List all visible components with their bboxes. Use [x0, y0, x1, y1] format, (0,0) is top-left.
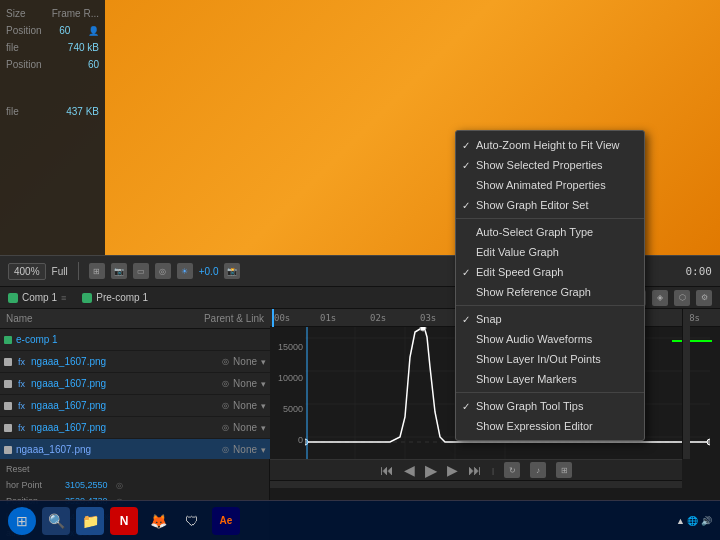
layer-type-icon-3	[4, 402, 12, 410]
snapshot-icon[interactable]: 📸	[224, 263, 240, 279]
zoom-selector[interactable]: 400%	[8, 263, 46, 280]
taskbar-search[interactable]: 🔍	[42, 507, 70, 535]
scrollbar-right[interactable]	[682, 309, 690, 459]
layer-fx-badge-4: fx	[16, 423, 27, 433]
layer-row-2[interactable]: fx ngaaa_1607.png ◎ None ▾	[0, 373, 270, 395]
panel-file-row-1: file 740 kB	[6, 42, 99, 53]
layer-link-val-1: None	[233, 356, 257, 367]
green-bar	[672, 340, 712, 342]
layer-row-4[interactable]: fx ngaaa_1607.png ◎ None ▾	[0, 417, 270, 439]
menu-show-graph-editor-set-label: Show Graph Editor Set	[476, 199, 589, 211]
context-menu: Auto-Zoom Height to Fit View Show Select…	[455, 130, 645, 441]
comp-tab-label: Comp 1	[22, 292, 57, 303]
play-btn[interactable]: ▶	[425, 461, 437, 480]
menu-layer-inout[interactable]: Show Layer In/Out Points	[456, 349, 644, 369]
layer-type-icon-2	[4, 380, 12, 388]
layer-row-0[interactable]: e-comp 1	[0, 329, 270, 351]
menu-auto-select-graph-label: Auto-Select Graph Type	[476, 226, 593, 238]
taskbar-netflix[interactable]: N	[110, 507, 138, 535]
y-label-1: 10000	[270, 373, 305, 383]
tab-precomp1[interactable]: Pre-comp 1	[82, 292, 148, 303]
toolbar-sep-1	[78, 262, 79, 280]
pos-value-1: 60	[59, 25, 70, 36]
layer-fx-badge-2: fx	[16, 379, 27, 389]
menu-audio-waveforms[interactable]: Show Audio Waveforms	[456, 329, 644, 349]
layer-link-val-4: None	[233, 422, 257, 433]
precomp-icon	[82, 293, 92, 303]
menu-show-reference-graph[interactable]: Show Reference Graph	[456, 282, 644, 302]
menu-layer-inout-label: Show Layer In/Out Points	[476, 353, 601, 365]
layer-link-toggle-4: ◎	[222, 423, 229, 432]
layer-row-5[interactable]: ngaaa_1607.png ◎ None ▾	[0, 439, 270, 459]
prop-reset[interactable]: Reset	[6, 461, 263, 477]
timeline-icon-3[interactable]: ◈	[652, 290, 668, 306]
camera-icon[interactable]: 📷	[111, 263, 127, 279]
scrollbar-bottom[interactable]	[270, 480, 682, 488]
layer-link-toggle-5: ◎	[222, 445, 229, 454]
time-display: 0:00	[686, 265, 713, 278]
y-label-3: 0	[270, 435, 305, 445]
layer-name-2: ngaaa_1607.png	[31, 378, 218, 389]
layer-row-1[interactable]: fx ngaaa_1607.png ◎ None ▾	[0, 351, 270, 373]
prop-anchor[interactable]: hor Point 3105,2550 ◎	[6, 477, 263, 493]
tab-comp1[interactable]: Comp 1 ≡	[8, 292, 66, 303]
y-label-0: 15000	[270, 342, 305, 352]
layer-name-3: ngaaa_1607.png	[31, 400, 218, 411]
prev-frame-btn[interactable]: ◀	[404, 462, 415, 478]
svg-point-10	[707, 439, 710, 445]
timeline-icon-5[interactable]: ⚙	[696, 290, 712, 306]
menu-audio-waveforms-label: Show Audio Waveforms	[476, 333, 592, 345]
layer-fx-badge-3: fx	[16, 401, 27, 411]
menu-show-animated[interactable]: Show Animated Properties	[456, 175, 644, 195]
start-button[interactable]: ⊞	[8, 507, 36, 535]
menu-layer-markers[interactable]: Show Layer Markers	[456, 369, 644, 389]
preview-btn[interactable]: ⊞	[556, 462, 572, 478]
menu-auto-zoom-label: Auto-Zoom Height to Fit View	[476, 139, 619, 151]
menu-sep-1	[456, 218, 644, 219]
menu-auto-zoom[interactable]: Auto-Zoom Height to Fit View	[456, 135, 644, 155]
menu-expression-editor[interactable]: Show Expression Editor	[456, 416, 644, 436]
menu-show-graph-editor-set[interactable]: Show Graph Editor Set	[456, 195, 644, 215]
layer-chevron-4: ▾	[261, 423, 266, 433]
parentlink-col-header: Parent & Link	[204, 313, 264, 324]
quality-selector[interactable]: Full	[52, 266, 68, 277]
layer-link-val-2: None	[233, 378, 257, 389]
left-panel: Size Frame R... Position 60 👤 file 740 k…	[0, 0, 105, 270]
end-btn[interactable]: ⏭	[468, 462, 482, 478]
play-controls[interactable]: ⏮	[380, 462, 394, 478]
target-icon[interactable]: ◎	[155, 263, 171, 279]
menu-snap-label: Snap	[476, 313, 502, 325]
sun-icon[interactable]: ☀	[177, 263, 193, 279]
time-mark-3: 03s	[420, 313, 436, 323]
layer-row-3[interactable]: fx ngaaa_1607.png ◎ None ▾	[0, 395, 270, 417]
rect-icon[interactable]: ▭	[133, 263, 149, 279]
menu-snap[interactable]: Snap	[456, 309, 644, 329]
pos-label-1: Position	[6, 25, 42, 36]
menu-edit-value-graph[interactable]: Edit Value Graph	[456, 242, 644, 262]
menu-graph-tooltips[interactable]: Show Graph Tool Tips	[456, 396, 644, 416]
layer-link-toggle-1: ◎	[222, 357, 229, 366]
loop-btn[interactable]: ↻	[504, 462, 520, 478]
size-label: Size	[6, 8, 25, 19]
layer-chevron-1: ▾	[261, 357, 266, 367]
next-frame-btn[interactable]: ▶	[447, 462, 458, 478]
menu-auto-select-graph[interactable]: Auto-Select Graph Type	[456, 222, 644, 242]
timeline-icon-4[interactable]: ⬡	[674, 290, 690, 306]
layer-list: Name Parent & Link e-comp 1 fx ngaaa_160…	[0, 309, 270, 459]
time-mark-0: 00s	[274, 313, 290, 323]
taskbar-shield[interactable]: 🛡	[178, 507, 206, 535]
layer-chevron-5: ▾	[261, 445, 266, 455]
taskbar-explorer[interactable]: 📁	[76, 507, 104, 535]
taskbar: ⊞ 🔍 📁 N 🦊 🛡 Ae ▲ 🌐 🔊	[0, 500, 720, 540]
grid-icon[interactable]: ⊞	[89, 263, 105, 279]
layer-link-val-3: None	[233, 400, 257, 411]
taskbar-firefox[interactable]: 🦊	[144, 507, 172, 535]
menu-show-selected-label: Show Selected Properties	[476, 159, 603, 171]
menu-edit-speed-graph[interactable]: Edit Speed Graph	[456, 262, 644, 282]
panel-file-row-2: file 437 KB	[6, 106, 99, 117]
pos-label-2: Position	[6, 59, 42, 70]
anchor-icon: ◎	[116, 481, 123, 490]
taskbar-ae[interactable]: Ae	[212, 507, 240, 535]
menu-show-selected[interactable]: Show Selected Properties	[456, 155, 644, 175]
audio-btn[interactable]: ♪	[530, 462, 546, 478]
